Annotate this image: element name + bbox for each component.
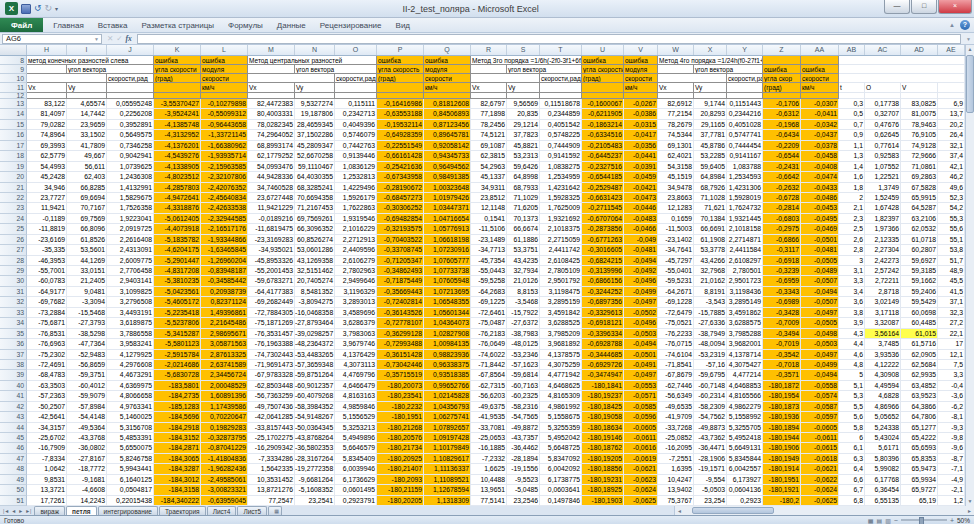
cell-I27[interactable]: 53,5601: [67, 245, 107, 255]
cell-M36[interactable]: -76,1963388: [248, 339, 295, 349]
cell-AD28[interactable]: 59,6927: [901, 256, 938, 266]
cell-AD37[interactable]: 62,0905: [901, 350, 938, 360]
cell-J27[interactable]: 2,4313091: [107, 245, 154, 255]
cell-O29[interactable]: 2,7802963: [335, 266, 377, 276]
zoom-out-icon[interactable]: −: [894, 517, 898, 524]
undo-icon[interactable]: ↺: [34, 4, 42, 13]
cell-AD26[interactable]: 61,0718: [901, 235, 938, 245]
cell-AD42[interactable]: 64,3866: [901, 402, 938, 412]
cell-R34[interactable]: -75,0487: [471, 318, 507, 328]
cell-AC28[interactable]: 2,42273: [865, 256, 901, 266]
cell-I32[interactable]: -3,3094: [67, 297, 107, 307]
cell-K28[interactable]: -5,2901447: [154, 256, 201, 266]
cell-Q20[interactable]: 0,98491385: [424, 172, 471, 182]
cell-W32[interactable]: -69,1228: [658, 297, 694, 307]
cell-L37[interactable]: 2,87613325: [201, 350, 248, 360]
cell-V16[interactable]: -0,0417: [624, 130, 658, 140]
cell-P50[interactable]: -180,21159: [377, 485, 424, 495]
cell-AB15[interactable]: 0,7: [839, 120, 865, 130]
cell-T13[interactable]: 0,11518678: [540, 99, 582, 109]
cell-V14[interactable]: -0,0386: [624, 109, 658, 119]
cell-P8[interactable]: ошибка: [377, 56, 424, 65]
cell-S23[interactable]: 71,6205: [507, 203, 540, 213]
cell-X31[interactable]: 8,8191: [694, 287, 727, 297]
cell-Z51[interactable]: -180,2: [763, 496, 801, 506]
cell-S19[interactable]: 59,6426: [507, 162, 540, 172]
cell-J24[interactable]: 1,9223041: [107, 214, 154, 224]
cell-P10[interactable]: (град): [377, 74, 424, 83]
cell-AA11[interactable]: км/ч: [801, 83, 839, 93]
cell-AA39[interactable]: -0,0494: [801, 370, 839, 380]
cell-L48[interactable]: -1,96282436: [201, 464, 248, 474]
cell-S49[interactable]: -9,5523: [507, 475, 540, 485]
cell-R13[interactable]: 82,6797: [471, 99, 507, 109]
cell-W49[interactable]: 10,4247: [658, 475, 694, 485]
cell-M33[interactable]: -72,7884305: [248, 308, 295, 318]
column-header-I[interactable]: I: [67, 45, 107, 55]
cell-AB33[interactable]: 3,8: [839, 308, 865, 318]
cell-H50[interactable]: 13,3721: [27, 485, 67, 495]
cell-R42[interactable]: -49,6375: [471, 402, 507, 412]
cell-X22[interactable]: 71,1028: [694, 193, 727, 203]
cell-AB51[interactable]: 6,8: [839, 496, 865, 506]
cell-AE45[interactable]: -9,8: [938, 433, 965, 443]
minimize-button[interactable]: —: [884, 0, 910, 14]
cell-Z45[interactable]: -180,1944: [763, 433, 801, 443]
cell-P32[interactable]: -0,72402814: [377, 297, 424, 307]
cell-AD31[interactable]: 59,2406: [901, 287, 938, 297]
cell-X33[interactable]: -15,7885: [694, 308, 727, 318]
cell-V41[interactable]: -0,0571: [624, 391, 658, 401]
cell-AC17[interactable]: 0,77614: [865, 141, 901, 151]
cell-AC19[interactable]: 1,07552: [865, 162, 901, 172]
cell-O17[interactable]: 0,7442763: [335, 141, 377, 151]
cell-N42[interactable]: -58,3984352: [295, 402, 335, 412]
cell-L21[interactable]: -2,42076352: [201, 183, 248, 193]
cell-L35[interactable]: 2,98695671: [201, 329, 248, 339]
cell-X48[interactable]: -19,1571: [694, 464, 727, 474]
cell-AD50[interactable]: 65,9727: [901, 485, 938, 495]
row-header-43[interactable]: 43: [0, 412, 27, 422]
cell-T18[interactable]: 0,9141592: [540, 151, 582, 161]
cell-O44[interactable]: 5,3253213: [335, 423, 377, 433]
cell-AC39[interactable]: 4,30908: [865, 370, 901, 380]
cell-Q44[interactable]: 1,07892657: [424, 423, 471, 433]
cell-R19[interactable]: 54,2963: [471, 162, 507, 172]
cell-AD34[interactable]: 60,4485: [901, 318, 938, 328]
cell-AC37[interactable]: 3,93536: [865, 350, 901, 360]
cell-W27[interactable]: -34,7641: [658, 245, 694, 255]
cell-I22[interactable]: 69,6694: [67, 193, 107, 203]
cell-X37[interactable]: -53,2319: [694, 350, 727, 360]
cell-X47[interactable]: -28,1906: [694, 454, 727, 464]
cell-AC46[interactable]: 5,6171: [865, 443, 901, 453]
cell-Z19[interactable]: -0,2431: [763, 162, 801, 172]
cell-T32[interactable]: 3,2895159: [540, 297, 582, 307]
cell-K45[interactable]: -184,3152: [154, 433, 201, 443]
cell-Z49[interactable]: -180,1951: [763, 475, 801, 485]
cell-X16[interactable]: 37,7781: [694, 130, 727, 140]
cell-AB17[interactable]: 1,1: [839, 141, 865, 151]
cell-Y30[interactable]: 2,9501723: [727, 276, 763, 286]
cell-K33[interactable]: -5,2235418: [154, 308, 201, 318]
row-header-15[interactable]: 15: [0, 120, 27, 130]
cell-N9[interactable]: угол вектора: [295, 65, 377, 74]
cell-P44[interactable]: -180,21268: [377, 423, 424, 433]
row-header-35[interactable]: 35: [0, 329, 27, 339]
cell-AE36[interactable]: 17: [938, 339, 965, 349]
cell-N26[interactable]: 60,8526274: [295, 235, 335, 245]
cell-AB30[interactable]: 3,3: [839, 276, 865, 286]
cell-H44[interactable]: -34,3157: [27, 423, 67, 433]
cell-AA41[interactable]: -0,0574: [801, 391, 839, 401]
cell-AC47[interactable]: 5,80396: [865, 454, 901, 464]
cell-R33[interactable]: -72,6461: [471, 308, 507, 318]
cell-T46[interactable]: 5,6648725: [540, 443, 582, 453]
cell-AA34[interactable]: -0,0505: [801, 318, 839, 328]
column-header-J[interactable]: J: [107, 45, 154, 55]
cell-AE44[interactable]: -9,3: [938, 423, 965, 433]
cell-M9[interactable]: [248, 65, 295, 74]
cell-W38[interactable]: -71,8541: [658, 360, 694, 370]
cell-R23[interactable]: 12,1148: [471, 203, 507, 213]
cell-AB42[interactable]: 5,5: [839, 402, 865, 412]
cell-V33[interactable]: -0,0502: [624, 308, 658, 318]
cell-L34[interactable]: 2,21645486: [201, 318, 248, 328]
cell-R9[interactable]: [471, 65, 507, 74]
